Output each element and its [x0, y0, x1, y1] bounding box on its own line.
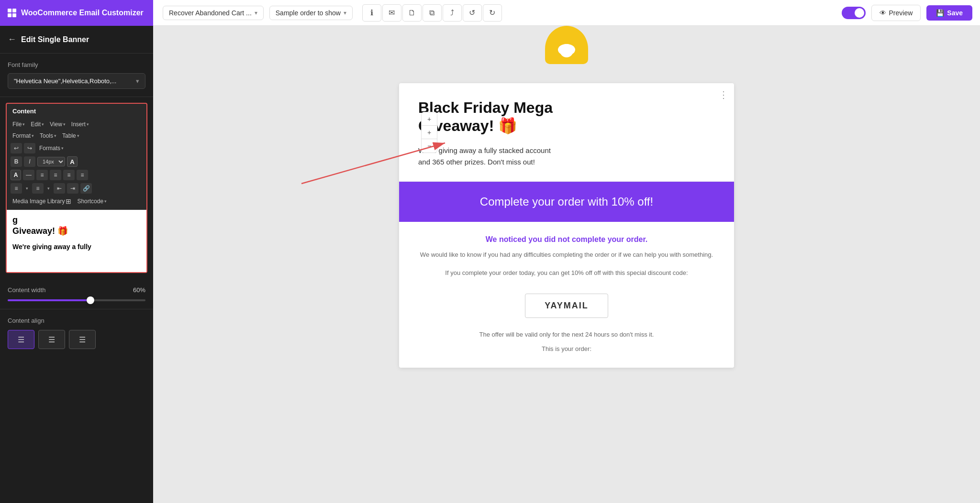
- copy-button[interactable]: ⧉: [423, 4, 442, 22]
- outdent-button[interactable]: ⇤: [54, 183, 65, 194]
- undo-editor-button[interactable]: ↩: [11, 143, 22, 153]
- font-size-select[interactable]: 14px: [37, 157, 65, 166]
- template-chevron-icon: ▾: [255, 10, 257, 16]
- banner-text: Complete your order with 10% off!: [480, 195, 653, 208]
- zoom-reset-button[interactable]: +: [422, 126, 437, 139]
- align-right-button[interactable]: ≡: [63, 170, 75, 180]
- bold-button[interactable]: B: [11, 156, 22, 167]
- template-dropdown[interactable]: Recover Abandoned Cart ... ▾: [163, 6, 264, 20]
- email-wrapper: ⋮ Black Friday Mega Giveaway! 🎁 We're gi…: [399, 83, 734, 368]
- text-color-button[interactable]: A: [67, 156, 78, 167]
- ol-chevron[interactable]: ▾: [45, 185, 52, 192]
- mail-icon: ✉: [389, 8, 395, 17]
- zoom-out-button[interactable]: −: [422, 139, 437, 153]
- zoom-in-button[interactable]: +: [422, 112, 437, 126]
- email-title-line1: Black Friday Mega: [418, 99, 553, 116]
- align-left-btn[interactable]: ☰: [8, 330, 34, 349]
- align-justify-button[interactable]: ≡: [77, 170, 88, 180]
- media-image-button[interactable]: Media Image Library ⊞: [11, 197, 73, 206]
- grid-icon: [8, 9, 16, 17]
- toolbar-row-history: ↩ ↪ Formats ▾: [11, 142, 143, 155]
- content-width-section: Content width 60%: [0, 279, 153, 309]
- topbar-right: 👁 Preview 💾 Save: [842, 5, 973, 21]
- sidebar: ← Edit Single Banner Font family "Helvet…: [0, 26, 153, 503]
- file-menu[interactable]: File ▾: [11, 120, 27, 129]
- table-menu[interactable]: Table ▾: [60, 131, 81, 140]
- rotate-button[interactable]: ⤴: [443, 4, 462, 22]
- font-family-select[interactable]: "Helvetica Neue",Helvetica,Roboto,... ▾: [8, 73, 145, 89]
- align-center-btn[interactable]: ☰: [38, 330, 65, 349]
- sample-order-dropdown[interactable]: Sample order to show ▾: [269, 6, 353, 20]
- content-label: Content: [7, 104, 146, 117]
- redo-editor-button[interactable]: ↪: [24, 143, 35, 153]
- toolbar-icons: ℹ ✉ 🗋 ⧉ ⤴ ↺ ↻: [362, 4, 502, 22]
- undo-icon: ↺: [469, 8, 475, 17]
- align-center-button[interactable]: ≡: [50, 170, 61, 180]
- info-button[interactable]: ℹ: [362, 4, 381, 22]
- font-color-button[interactable]: A: [11, 170, 21, 180]
- email-footer-text2: This is your order:: [418, 344, 715, 354]
- align-left-button[interactable]: ≡: [36, 170, 48, 180]
- email-header-section: Black Friday Mega Giveaway! 🎁 We're givi…: [399, 83, 734, 182]
- doc-button[interactable]: 🗋: [402, 4, 422, 22]
- topbar: WooCommerce Email Customizer Recover Aba…: [0, 0, 980, 26]
- tools-menu[interactable]: Tools ▾: [38, 131, 58, 140]
- sample-chevron-icon: ▾: [344, 10, 346, 16]
- insert-chevron-icon: ▾: [87, 122, 89, 127]
- eye-icon: 👁: [880, 9, 886, 17]
- slider-fill: [8, 299, 90, 301]
- email-subtitle-line1: We're giving away a fully stacked accoun…: [418, 146, 551, 154]
- edit-menu[interactable]: Edit ▾: [29, 120, 46, 129]
- formats-chevron-icon: ▾: [61, 146, 64, 151]
- canvas-area: + + − ⋮ Black Friday Mega: [153, 26, 980, 503]
- toggle-switch[interactable]: [842, 7, 866, 19]
- slider-thumb[interactable]: [87, 296, 94, 304]
- ol-list-button[interactable]: ≡: [32, 183, 44, 194]
- toolbar-row-format: Format ▾ Tools ▾ Table ▾: [11, 130, 143, 142]
- email-subtitle-line2: and 365 other prizes. Don't miss out!: [418, 158, 535, 166]
- indent-button[interactable]: ⇥: [67, 183, 78, 194]
- sidebar-header: ← Edit Single Banner: [0, 26, 153, 54]
- color-a-icon: A: [70, 158, 74, 165]
- envelope-icon-wrapper: [545, 26, 588, 64]
- toolbar-row-list: ≡ ▾ ≡ ▾ ⇤ ⇥ 🔗: [11, 182, 143, 195]
- ul-list-button[interactable]: ≡: [11, 183, 22, 194]
- link-button[interactable]: 🔗: [80, 183, 92, 194]
- email-more-button[interactable]: ⋮: [719, 89, 728, 100]
- envelope-icon: [545, 26, 588, 64]
- content-width-value: 60%: [133, 286, 145, 294]
- italic-button[interactable]: I: [24, 156, 35, 167]
- email-notice-text: We noticed you did not complete your ord…: [418, 235, 715, 244]
- media-icon: ⊞: [66, 197, 71, 205]
- content-align-section: Content align ☰ ☰ ☰: [0, 309, 153, 357]
- redo-button[interactable]: ↻: [483, 4, 502, 22]
- toolbar-row-text: B I 14px A: [11, 155, 143, 168]
- preview-button[interactable]: 👁 Preview: [871, 5, 921, 21]
- brand-logo: WooCommerce Email Customizer: [0, 0, 153, 26]
- view-menu[interactable]: View ▾: [48, 120, 67, 129]
- save-button[interactable]: 💾 Save: [926, 5, 972, 21]
- rotate-icon: ⤴: [450, 9, 454, 17]
- format-menu[interactable]: Format ▾: [11, 131, 36, 140]
- insert-menu[interactable]: Insert ▾: [69, 120, 91, 129]
- editor-preview-title: gGiveaway! 🎁: [12, 215, 141, 237]
- shortcode-button[interactable]: Shortcode ▾: [75, 197, 109, 206]
- formats-menu[interactable]: Formats ▾: [37, 144, 66, 153]
- horizontal-rule-button[interactable]: —: [23, 170, 34, 180]
- preview-label: Preview: [889, 9, 913, 17]
- content-width-header: Content width 60%: [8, 286, 145, 294]
- editor-preview-body: We're giving away a fully: [12, 243, 141, 251]
- table-chevron-icon: ▾: [77, 133, 79, 138]
- align-right-btn[interactable]: ☰: [69, 330, 96, 349]
- editor-content-preview[interactable]: gGiveaway! 🎁 We're giving away a fully: [7, 210, 146, 272]
- back-arrow-icon[interactable]: ←: [8, 34, 16, 44]
- undo-button[interactable]: ↺: [463, 4, 482, 22]
- email-card: ⋮ Black Friday Mega Giveaway! 🎁 We're gi…: [399, 83, 734, 368]
- ul-chevron[interactable]: ▾: [24, 185, 30, 192]
- mail-button[interactable]: ✉: [382, 4, 401, 22]
- info-icon: ℹ: [370, 8, 373, 17]
- discount-code: YAYMAIL: [545, 301, 589, 310]
- email-body-text1: We would like to know if you had any dif…: [418, 250, 715, 260]
- save-label: Save: [947, 9, 963, 17]
- sidebar-title: Edit Single Banner: [21, 35, 89, 44]
